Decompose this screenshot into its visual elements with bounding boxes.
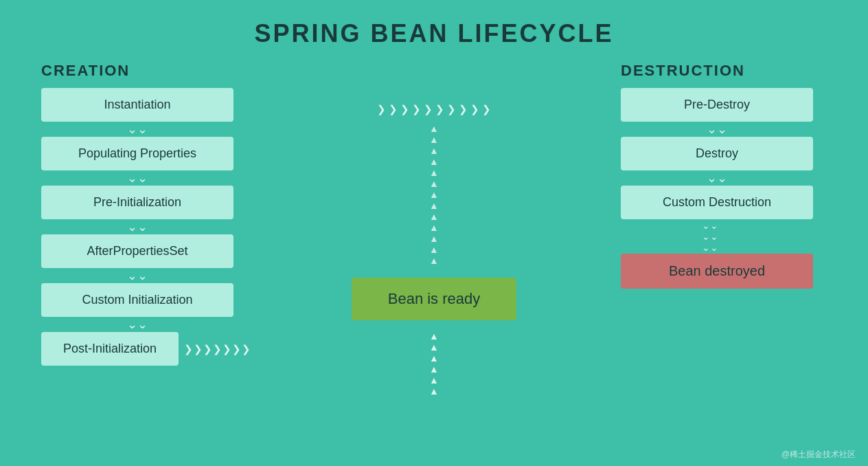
bean-ready-box: Bean is ready (352, 278, 516, 320)
page-title: SPRING BEAN LIFECYCLE (0, 0, 868, 55)
svg-text:▲: ▲ (429, 364, 439, 375)
watermark: @稀土掘金技术社区 (781, 449, 856, 461)
creation-column: CREATION Instantiation ⌄⌄ Populating Pro… (41, 62, 247, 366)
svg-text:▲: ▲ (429, 178, 439, 189)
destruction-column: DESTRUCTION Pre-Destroy ⌄⌄ Destroy ⌄⌄ Cu… (621, 62, 827, 289)
center-zigzag-arrows: ▲ ▲ ▲ ▲ ▲ ▲ ▲ ▲ ▲ ▲ ▲ ▲ ▲ (420, 118, 448, 269)
svg-text:▲: ▲ (429, 375, 439, 386)
svg-text:▲: ▲ (429, 386, 439, 397)
step-custom-initialization: Custom Initialization (41, 283, 233, 317)
step-custom-destruction: Custom Destruction (621, 186, 813, 219)
destruction-label: DESTRUCTION (621, 62, 745, 80)
center-column: ❯❯❯❯❯❯❯❯❯❯ ▲ ▲ ▲ ▲ ▲ ▲ ▲ ▲ (345, 103, 523, 397)
arrow-down-5: ⌄⌄ (41, 318, 233, 331)
step-instantiation: Instantiation (41, 88, 233, 122)
step-afterpropertiesset: AfterPropertiesSet (41, 234, 233, 268)
svg-text:▲: ▲ (429, 233, 439, 244)
svg-text:▲: ▲ (429, 211, 439, 222)
arrow-down-4: ⌄⌄ (41, 269, 233, 282)
step-pre-destroy: Pre-Destroy (621, 88, 813, 122)
svg-text:▲: ▲ (429, 200, 439, 211)
post-init-row: Post-Initialization ❯❯❯❯❯❯❯ (41, 332, 251, 366)
arrow-down-3: ⌄⌄ (41, 221, 233, 233)
diagram-area: CREATION Instantiation ⌄⌄ Populating Pro… (0, 62, 868, 397)
svg-text:▲: ▲ (429, 189, 439, 200)
svg-text:▲: ▲ (429, 123, 439, 134)
svg-text:⌄⌄: ⌄⌄ (702, 231, 718, 242)
step-populating-properties: Populating Properties (41, 137, 233, 170)
svg-text:▲: ▲ (429, 342, 439, 353)
svg-text:▲: ▲ (429, 222, 439, 233)
arrow-down-1: ⌄⌄ (41, 123, 233, 135)
arrow-down-d2: ⌄⌄ (621, 172, 813, 184)
svg-text:▲: ▲ (429, 156, 439, 167)
svg-text:⌄⌄: ⌄⌄ (702, 220, 718, 231)
arrow-down-d1: ⌄⌄ (621, 123, 813, 135)
svg-text:▲: ▲ (429, 244, 439, 255)
step-pre-initialization: Pre-Initialization (41, 186, 233, 219)
horizontal-arrows-left: ❯❯❯❯❯❯❯ (184, 343, 251, 355)
step-post-initialization: Post-Initialization (41, 332, 179, 366)
bean-destroyed-box: Bean destroyed (621, 254, 813, 289)
arrow-down-2: ⌄⌄ (41, 172, 233, 184)
svg-text:▲: ▲ (429, 353, 439, 364)
svg-text:▲: ▲ (429, 331, 439, 342)
step-destroy: Destroy (621, 137, 813, 170)
svg-text:⌄⌄: ⌄⌄ (702, 242, 718, 253)
svg-text:▲: ▲ (429, 134, 439, 145)
svg-text:▲: ▲ (429, 145, 439, 156)
center-top-arrows: ❯❯❯❯❯❯❯❯❯❯ ▲ ▲ ▲ ▲ ▲ ▲ ▲ ▲ (377, 103, 491, 269)
destruction-final-arrows: ⌄⌄ ⌄⌄ ⌄⌄ (689, 219, 731, 254)
svg-text:▲: ▲ (429, 255, 439, 266)
svg-text:▲: ▲ (429, 167, 439, 178)
center-down-arrows: ▲ ▲ ▲ ▲ ▲ ▲ (420, 329, 448, 397)
creation-label: CREATION (41, 62, 130, 80)
